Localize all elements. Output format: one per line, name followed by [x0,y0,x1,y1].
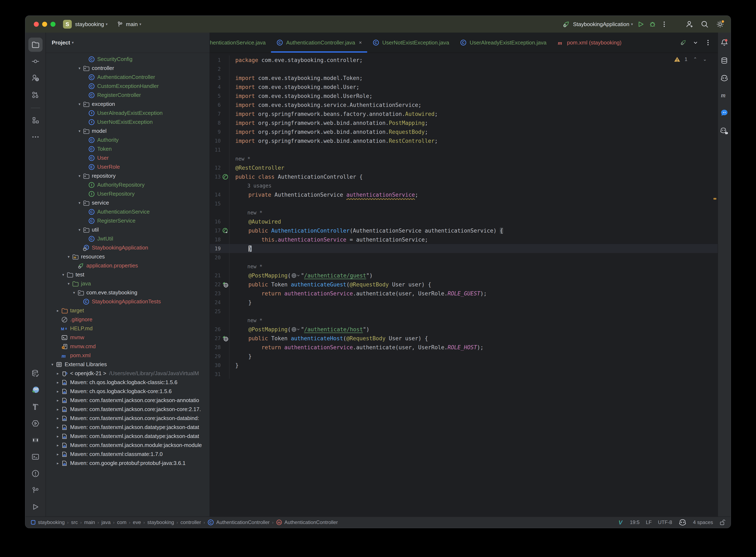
tree-item-maven-com-fasterxml-jackson-datatype-jac[interactable]: ▸Maven: com.fasterxml.jackson.datatype:j… [46,432,210,441]
copilot-chat-button[interactable] [720,127,729,135]
tree-item-model[interactable]: ▾model [46,126,210,136]
debug-button[interactable] [649,21,656,28]
chevron-down-icon[interactable]: ▾ [76,66,83,70]
run-button[interactable] [637,21,644,28]
code-editor[interactable]: 1package com.eve.staybooking.controller;… [210,53,718,517]
inline-globe-icon[interactable] [291,327,301,332]
copilot-button[interactable] [720,74,728,82]
breadcrumb-item-java[interactable]: java [101,520,111,525]
editor-gutter[interactable]: 18 [210,235,229,244]
editor-gutter[interactable]: 3 [210,74,229,83]
editor-gutter[interactable]: 15 [210,199,229,208]
editor-gutter[interactable] [210,208,229,217]
breadcrumb-item-eve[interactable]: eve [133,520,141,525]
editor-gutter[interactable]: 13 [210,172,229,181]
tab-usernotexistexception-java[interactable]: CUserNotExistException.java [367,33,454,53]
more-horizontal-button[interactable] [28,130,42,144]
chevron-down-icon[interactable]: ▾ [76,174,83,178]
chevron-down-icon[interactable]: ▾ [49,362,56,367]
editor-gutter[interactable]: 16 [210,217,229,226]
run-play-button[interactable] [28,500,42,514]
spring-bean-icon[interactable] [222,174,229,180]
tree-item-userrole[interactable]: EUserRole [46,163,210,171]
breadcrumb-item-controller[interactable]: controller [181,520,201,525]
window-controls[interactable] [34,22,56,27]
copilot-widget[interactable] [679,519,687,526]
editor-gutter[interactable]: 5 [210,91,229,100]
vim-v-widget[interactable]: V [617,519,624,526]
more-actions-button[interactable] [660,21,668,28]
pull-requests-button[interactable]: ? [28,71,42,85]
tab-pom-xml-staybooking[interactable]: mpom.xml (staybooking) [552,33,627,53]
code-with-me-button[interactable] [686,20,694,28]
chevron-down-icon[interactable]: ▾ [76,129,83,134]
tree-item-external-libraries[interactable]: ▾External Libraries [46,360,210,369]
tree-item-maven-com-fasterxml-jackson-core-jackson[interactable]: ▸Maven: com.fasterxml.jackson.core:jacks… [46,414,210,423]
lock-open-widget[interactable] [719,519,726,526]
status-lf-widget[interactable]: LF [646,520,652,525]
chevron-right-icon[interactable]: ▸ [55,416,61,421]
commit-button[interactable] [28,54,42,68]
editor-gutter[interactable]: 10 [210,136,229,145]
tree-item-authenticationservice[interactable]: CAuthenticationService [46,207,210,216]
editor-gutter[interactable]: 30 [210,361,229,370]
editor-gutter[interactable]: 27 [210,334,229,343]
kebab-button[interactable] [704,39,712,46]
database-check-button[interactable] [28,366,42,380]
breadcrumb-item-src[interactable]: src [71,520,78,525]
tree-item-authorityrepository[interactable]: IAuthorityRepository [46,180,210,189]
terminal-button[interactable] [28,450,42,464]
spring-run-small-button[interactable] [679,39,687,46]
tree-item-token[interactable]: CToken [46,144,210,153]
tree-item-maven-com-fasterxml-jackson-core-jackson[interactable]: ▸Maven: com.fasterxml.jackson.core:jacks… [46,396,210,405]
close-tab-icon[interactable]: × [359,40,362,46]
project-widget[interactable]: staybooking ▾ [72,21,108,28]
chevron-down-icon[interactable]: ▾ [65,282,72,286]
inspections-widget[interactable]: 1 ⌃ ⌄ [674,56,707,62]
chevron-right-icon[interactable]: ▸ [55,407,61,412]
prev-problem-button[interactable]: ⌃ [693,57,697,62]
breadcrumb-item-staybooking[interactable]: staybooking [30,520,65,525]
api-globe-icon[interactable] [222,281,229,288]
tree-item-maven-com-fasterxml-jackson-core-jackson[interactable]: ▸Maven: com.fasterxml.jackson.core:jacks… [46,405,210,414]
tree-item-customexceptionhandler[interactable]: CCustomExceptionHandler [46,82,210,91]
settings-button[interactable] [716,20,725,29]
run-configuration-selector[interactable]: StaybookingApplication ▾ [562,21,633,28]
editor-gutter[interactable]: 1 [210,56,229,64]
chevron-down-icon[interactable]: ▾ [76,228,83,232]
tree-item-target[interactable]: ▸target [46,306,210,315]
branch-widget[interactable]: main ▾ [117,21,141,28]
project-tool-window-header[interactable]: Project ▾ [46,33,210,53]
chevron-right-icon[interactable]: ▸ [55,389,61,394]
error-stripe-warning-mark[interactable] [714,198,716,200]
editor-gutter[interactable]: 25 [210,307,229,316]
next-problem-button[interactable]: ⌄ [703,57,707,62]
breadcrumb-item-com[interactable]: com [117,520,126,525]
chevron-right-icon[interactable]: ▸ [55,398,61,403]
chevron-down-icon[interactable]: ▾ [65,255,72,259]
editor-gutter[interactable]: 12 [210,163,229,172]
bookmarks-brackets-button[interactable] [28,433,42,447]
minimize-window-button[interactable] [42,22,47,27]
chevron-right-icon[interactable]: ▸ [55,380,61,385]
tree-item-maven-ch-qos-logback-logback-core-1-5-6[interactable]: ▸Maven: ch.qos.logback:logback-core:1.5.… [46,387,210,396]
editor-gutter[interactable]: 20 [210,253,229,262]
chevron-right-icon[interactable]: ▸ [55,309,61,313]
tree-item-java[interactable]: ▾java [46,279,210,288]
zoom-window-button[interactable] [51,22,56,27]
tree-item-authenticationcontroller[interactable]: CAuthenticationController [46,72,210,82]
tree-item-maven-com-fasterxml-jackson-datatype-jac[interactable]: ▸Maven: com.fasterxml.jackson.datatype:j… [46,423,210,432]
tree-item-exception[interactable]: ▾exception [46,99,210,109]
status-utf-8-widget[interactable]: UTF-8 [658,520,672,525]
editor-gutter[interactable]: 7 [210,109,229,118]
tree-item-application-properties[interactable]: application.properties [46,261,210,270]
build-hammer-button[interactable] [28,400,42,414]
tree-item-jwtutil[interactable]: CJwtUtil [46,234,210,243]
breadcrumb-item-staybooking[interactable]: staybooking [147,520,174,525]
ai-mascot-button[interactable] [28,383,42,397]
editor-gutter[interactable]: 26 [210,325,229,334]
editor-gutter[interactable]: 14 [210,190,229,199]
breadcrumb-item-authenticationcontroller[interactable]: mAuthenticationController [276,519,338,526]
tree-item-useralreadyexistexception[interactable]: UserAlreadyExistException [46,109,210,118]
tree-item-mvnw-cmd[interactable]: mvnw.cmd [46,342,210,351]
